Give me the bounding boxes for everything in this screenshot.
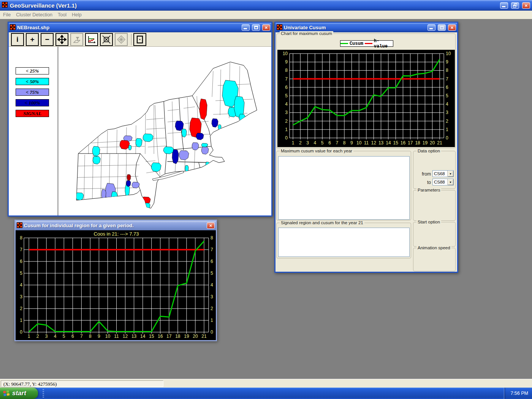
- county-region[interactable]: [93, 156, 100, 164]
- geosurveillance-icon: [17, 222, 22, 228]
- to-field-value: CS88: [433, 179, 447, 185]
- svg-text:7: 7: [336, 140, 338, 146]
- svg-text:5: 5: [446, 93, 448, 98]
- svg-text:6: 6: [328, 140, 331, 146]
- max-cusum-list[interactable]: [278, 156, 410, 220]
- svg-text:5: 5: [211, 271, 213, 276]
- map-close-button[interactable]: ×: [262, 24, 270, 31]
- svg-text:4: 4: [20, 282, 22, 288]
- pan-button[interactable]: [55, 33, 68, 46]
- county-region[interactable]: [126, 180, 131, 187]
- county-region[interactable]: [196, 133, 204, 140]
- map-window-titlebar[interactable]: NEBreast.shp ×: [9, 23, 271, 32]
- univariate-minimize-button[interactable]: [428, 24, 435, 31]
- chevron-down-icon[interactable]: ▼: [447, 179, 453, 185]
- full-extent-button[interactable]: [100, 33, 113, 46]
- svg-text:20: 20: [430, 140, 435, 146]
- county-region[interactable]: [182, 129, 187, 137]
- svg-text:0: 0: [20, 329, 22, 335]
- legend-item-1: < 25%: [16, 67, 49, 74]
- svg-text:17: 17: [166, 334, 172, 339]
- zoom-in-button[interactable]: +: [26, 33, 39, 46]
- county-region[interactable]: [163, 147, 174, 154]
- county-region[interactable]: [92, 146, 100, 156]
- max-cusum-chart: 0011223344556677889910101234567891011121…: [277, 50, 455, 147]
- map-window: NEBreast.shp × i+− < 25%< 50%< 75%< 100%…: [8, 22, 272, 217]
- clock: 7:56 PM: [510, 391, 528, 396]
- menu-item-tool[interactable]: Tool: [55, 12, 69, 17]
- county-region[interactable]: [143, 134, 153, 142]
- svg-text:8: 8: [20, 235, 22, 241]
- menu-item-help[interactable]: Help: [69, 12, 84, 17]
- drill-down-button: [70, 33, 83, 46]
- menu-item-file[interactable]: File: [0, 12, 13, 17]
- univariate-close-button[interactable]: ×: [448, 24, 456, 31]
- univariate-cusum-window: Univariate Cusum × Chart for maximum cus…: [274, 22, 458, 273]
- from-field-combo[interactable]: CS68 ▼: [432, 170, 454, 177]
- svg-text:10: 10: [105, 334, 111, 339]
- geosurveillance-icon: [10, 24, 16, 30]
- start-button[interactable]: start: [0, 388, 38, 399]
- svg-text:6: 6: [285, 85, 288, 90]
- svg-text:9: 9: [446, 59, 448, 65]
- signaled-group: Signaled region and cusum for the year 2…: [276, 223, 411, 258]
- svg-text:11: 11: [364, 140, 369, 146]
- chart-button[interactable]: [85, 33, 98, 46]
- county-region[interactable]: [132, 182, 139, 188]
- svg-text:16: 16: [401, 140, 406, 146]
- county-region[interactable]: [111, 192, 117, 203]
- chevron-down-icon[interactable]: ▼: [447, 171, 453, 177]
- map-minimize-button[interactable]: [242, 24, 250, 31]
- quick-launch-separator[interactable]: [43, 389, 44, 397]
- svg-text:21: 21: [437, 140, 442, 146]
- county-region[interactable]: [201, 143, 208, 147]
- individual-titlebar[interactable]: Cusum for individual region for a given …: [16, 221, 216, 230]
- restore-button[interactable]: [511, 2, 519, 9]
- county-region[interactable]: [208, 176, 213, 179]
- county-region[interactable]: [201, 147, 209, 154]
- county-region[interactable]: [206, 162, 209, 168]
- status-bar: (X: 90647.77, Y: 4275956): [0, 379, 532, 388]
- map-canvas[interactable]: < 25%< 50%< 75%< 100%SIGNAL: [9, 47, 271, 215]
- zoom-out-button[interactable]: −: [41, 33, 54, 46]
- county-region[interactable]: [76, 193, 84, 200]
- select-region-button[interactable]: [133, 33, 146, 46]
- county-region[interactable]: [128, 145, 131, 150]
- svg-text:7: 7: [211, 247, 213, 252]
- county-region[interactable]: [101, 189, 106, 200]
- svg-text:13: 13: [131, 334, 137, 339]
- svg-text:8: 8: [211, 235, 213, 241]
- svg-text:6: 6: [20, 259, 22, 264]
- county-region[interactable]: [218, 125, 221, 130]
- map-toolbar: i+−: [9, 32, 271, 47]
- svg-text:2: 2: [446, 119, 448, 124]
- map-maximize-button[interactable]: [252, 24, 260, 31]
- choropleth-map[interactable]: [58, 48, 271, 215]
- svg-text:1: 1: [211, 318, 213, 323]
- to-field-combo[interactable]: CS88 ▼: [432, 179, 454, 185]
- cusum-swatch: [340, 43, 348, 44]
- individual-cusum-window: Cusum for individual region for a given …: [14, 220, 217, 341]
- svg-text:21: 21: [201, 334, 207, 339]
- svg-text:12: 12: [371, 140, 377, 146]
- individual-title: Cusum for individual region for a given …: [24, 223, 204, 228]
- individual-close-button[interactable]: ×: [207, 222, 215, 229]
- map-window-title: NEBreast.shp: [17, 25, 239, 30]
- svg-text:8: 8: [89, 334, 92, 339]
- toolbar-separator: [131, 34, 131, 45]
- svg-text:7: 7: [20, 247, 22, 252]
- svg-text:3: 3: [446, 110, 448, 115]
- signaled-region-list[interactable]: [278, 228, 410, 257]
- county-region[interactable]: [150, 211, 154, 215]
- identify-button[interactable]: i: [11, 33, 24, 46]
- svg-text:4: 4: [285, 101, 288, 107]
- county-region[interactable]: [192, 142, 199, 150]
- univariate-title: Univariate Cusum: [284, 25, 425, 30]
- svg-text:5: 5: [285, 93, 288, 98]
- county-region[interactable]: [127, 174, 131, 180]
- minimize-button[interactable]: [500, 2, 508, 9]
- parameters-group: Parameters: [413, 190, 456, 221]
- close-button[interactable]: ×: [522, 2, 530, 9]
- menu-item-cluster-detection[interactable]: Cluster Detection: [13, 12, 55, 17]
- legend-item-5: SIGNAL: [16, 110, 49, 117]
